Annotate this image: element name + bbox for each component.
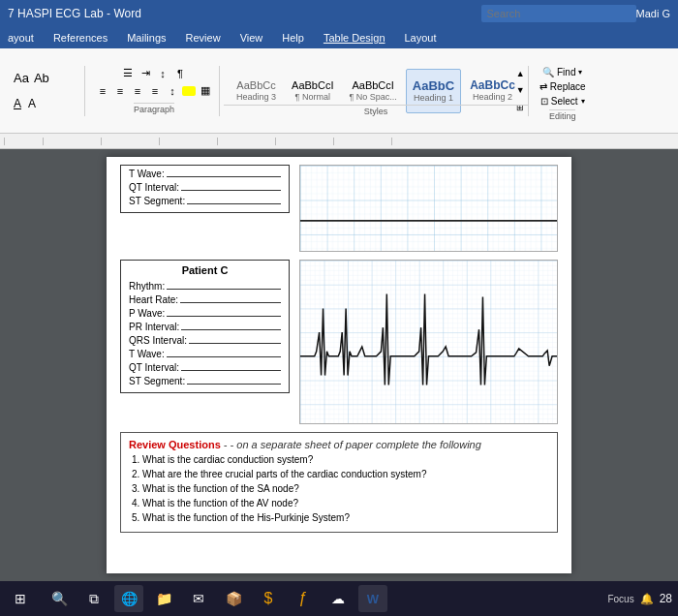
menu-review[interactable]: Review [182,30,225,46]
line-stsegment [187,375,281,385]
review-question-3: What is the function of the SA node? [142,482,549,496]
dropbox-button[interactable]: 📦 [219,585,248,612]
font-ab-btn[interactable]: Ab [34,71,49,85]
start-button[interactable]: ⊞ [6,585,35,612]
pilcrow-btn[interactable]: ¶ [172,66,188,81]
select-button[interactable]: ⊡ Select ▾ [538,95,588,108]
color-icon[interactable]: A [28,97,36,110]
taskview-button[interactable]: ⧉ [79,585,108,612]
replace-button[interactable]: ⇄ Replace [537,80,589,93]
partial-label-qtinterval: QT Interval: [129,182,179,193]
ecg-top-graph [300,166,557,251]
partial-label-twave: T Wave: [129,169,165,179]
label-heartrate: Heart Rate: [129,294,178,305]
underline-icon[interactable]: A [14,97,21,110]
sort-btn[interactable]: ↕ [155,66,170,81]
document-area: T Wave: QT Interval: ST Segment: [0,149,678,581]
align-right-btn[interactable]: ≡ [130,83,145,99]
menu-table-design[interactable]: Table Design [320,30,389,46]
taskbar-notification[interactable]: 🔔 [640,593,654,605]
ruler-marks [4,138,674,145]
label-rhythm: Rhythm: [129,281,165,292]
system-tray: Focus 🔔 28 [607,592,672,605]
file-explorer-button[interactable]: 📁 [149,585,178,612]
field-heartrate: Heart Rate: [129,293,281,305]
cortana-button[interactable]: 🔍 [45,585,74,612]
menu-layout[interactable]: ayout [4,30,38,46]
line-qrsinterval [189,334,281,344]
borders-btn[interactable]: ▦ [198,83,213,99]
menu-layout2[interactable]: Layout [401,30,441,46]
app5-button[interactable]: $ [254,585,283,612]
partial-field-twave: T Wave: [129,168,281,179]
edge-button[interactable]: 🌐 [114,585,143,612]
find-chevron: ▾ [578,68,582,77]
font-aa-btn[interactable]: Aa [14,71,29,85]
ruler-mark [217,138,275,145]
partial-line-stsegment [187,195,281,204]
window-title: 7 HASPI ECG Lab - Word [8,7,481,20]
menu-help[interactable]: Help [278,30,308,46]
ecg-top-container [299,165,558,252]
align-left-btn[interactable]: ≡ [95,83,110,99]
line-qtinterval [181,361,281,371]
menu-bar: ayout References Mailings Review View He… [0,27,678,48]
line-pwave [167,307,281,317]
review-question-4: What is the function of the AV node? [142,497,549,510]
ruler [0,134,678,149]
shading-btn[interactable] [182,86,196,96]
partial-label-stsegment: ST Segment: [129,196,185,206]
taskbar: ⊞ 🔍 ⧉ 🌐 📁 ✉ 📦 $ ƒ ☁ W Focus 🔔 28 [0,581,678,616]
app6-button[interactable]: ƒ [289,585,318,612]
title-bar: 7 HASPI ECG Lab - Word Madi G [0,0,678,27]
svg-rect-1 [300,166,557,251]
spacing-btn[interactable]: ↕ [165,83,180,99]
label-twave: T Wave: [129,349,165,359]
list-btn[interactable]: ☰ [120,66,136,81]
justify-btn[interactable]: ≡ [147,83,163,99]
review-section: Review Questions - - on a separate sheet… [120,432,558,533]
word-button[interactable]: W [358,585,387,612]
focus-text: Focus [607,594,633,604]
replace-icon: ⇄ [539,81,547,92]
ruler-mark [43,138,101,145]
align-center-btn[interactable]: ≡ [112,83,128,99]
find-button[interactable]: 🔍 Find ▾ [539,66,585,78]
search-input[interactable] [481,5,636,22]
ruler-mark [275,138,333,145]
partial-field-stsegment: ST Segment: [129,195,281,206]
paragraph-label: Paragraph [134,103,174,116]
partial-line-qtinterval [181,181,281,191]
label-stsegment: ST Segment: [129,376,185,386]
review-title-bold: Review Questions [129,439,221,450]
ribbon: Aa Ab A A ☰ ⇥ ↕ ¶ ≡ ≡ ≡ ≡ ↕ ▦ [0,48,678,134]
mail-button[interactable]: ✉ [184,585,213,612]
review-list: What is the cardiac conduction system? W… [129,453,549,525]
field-printerval: PR Interval: [129,321,281,332]
find-icon: 🔍 [542,67,554,77]
menu-view[interactable]: View [236,30,267,46]
menu-mailings[interactable]: Mailings [123,30,170,46]
styles-label: Styles [224,105,528,116]
ruler-mark [333,138,391,145]
select-icon: ⊡ [540,96,548,107]
ruler-mark [391,138,449,145]
onedrive-button[interactable]: ☁ [324,585,353,612]
styles-group: AaBbCc Heading 3 AaBbCcI ¶ Normal AaBbCc… [224,66,529,116]
font-group: Aa Ab A A [8,66,85,116]
review-question-5: What is the function of the His-Purkinje… [142,511,549,525]
review-question-2: What are the three crucial parts of the … [142,468,549,481]
patient-c-section: Patient C Rhythm: Heart Rate: P Wave: PR… [120,260,558,424]
partial-patient-section: T Wave: QT Interval: ST Segment: [120,165,558,252]
field-twave: T Wave: [129,348,281,359]
partial-field-qtinterval: QT Interval: [129,181,281,193]
label-printerval: PR Interval: [129,322,179,332]
paragraph-group: ☰ ⇥ ↕ ¶ ≡ ≡ ≡ ≡ ↕ ▦ Paragraph [89,66,220,116]
label-pwave: P Wave: [129,308,165,319]
review-title-italic: - - on a separate sheet of paper complet… [224,439,481,450]
svg-rect-3 [300,261,557,423]
field-stsegment: ST Segment: [129,375,281,386]
indent-btn[interactable]: ⇥ [138,66,153,81]
menu-references[interactable]: References [49,30,111,46]
document-page: T Wave: QT Interval: ST Segment: [107,157,571,573]
